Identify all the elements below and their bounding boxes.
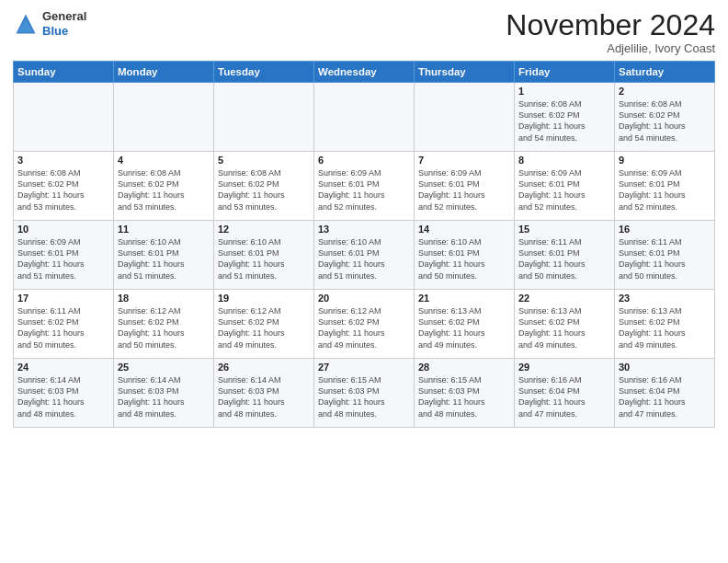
table-row: 29Sunrise: 6:16 AMSunset: 6:04 PMDayligh…	[515, 359, 615, 428]
calendar: Sunday Monday Tuesday Wednesday Thursday…	[13, 61, 715, 428]
table-row: 7Sunrise: 6:09 AMSunset: 6:01 PMDaylight…	[415, 152, 515, 221]
table-row	[14, 83, 114, 152]
day-number: 6	[318, 155, 410, 166]
day-number: 12	[218, 224, 310, 235]
table-row: 16Sunrise: 6:11 AMSunset: 6:01 PMDayligh…	[615, 221, 715, 290]
calendar-week-row: 1Sunrise: 6:08 AMSunset: 6:02 PMDaylight…	[14, 83, 715, 152]
day-info: Sunrise: 6:08 AMSunset: 6:02 PMDaylight:…	[619, 98, 711, 144]
day-info: Sunrise: 6:09 AMSunset: 6:01 PMDaylight:…	[518, 167, 610, 213]
day-number: 24	[17, 362, 109, 373]
day-info: Sunrise: 6:10 AMSunset: 6:01 PMDaylight:…	[218, 236, 310, 282]
table-row: 17Sunrise: 6:11 AMSunset: 6:02 PMDayligh…	[14, 290, 114, 359]
day-number: 7	[418, 155, 510, 166]
day-number: 19	[218, 293, 310, 304]
col-tuesday: Tuesday	[214, 62, 314, 83]
col-sunday: Sunday	[14, 62, 114, 83]
table-row: 27Sunrise: 6:15 AMSunset: 6:03 PMDayligh…	[314, 359, 415, 428]
calendar-week-row: 24Sunrise: 6:14 AMSunset: 6:03 PMDayligh…	[14, 359, 715, 428]
day-number: 23	[619, 293, 711, 304]
table-row: 14Sunrise: 6:10 AMSunset: 6:01 PMDayligh…	[415, 221, 515, 290]
table-row: 23Sunrise: 6:13 AMSunset: 6:02 PMDayligh…	[615, 290, 715, 359]
day-number: 11	[118, 224, 210, 235]
table-row: 11Sunrise: 6:10 AMSunset: 6:01 PMDayligh…	[114, 221, 214, 290]
day-info: Sunrise: 6:09 AMSunset: 6:01 PMDaylight:…	[619, 167, 711, 213]
day-number: 22	[518, 293, 610, 304]
day-number: 21	[418, 293, 510, 304]
day-info: Sunrise: 6:08 AMSunset: 6:02 PMDaylight:…	[518, 98, 610, 144]
table-row: 30Sunrise: 6:16 AMSunset: 6:04 PMDayligh…	[615, 359, 715, 428]
logo-icon	[13, 11, 39, 37]
location-subtitle: Adjelilie, Ivory Coast	[506, 41, 715, 55]
day-number: 1	[518, 86, 610, 97]
day-number: 15	[518, 224, 610, 235]
day-number: 20	[318, 293, 410, 304]
day-number: 10	[17, 224, 109, 235]
table-row: 8Sunrise: 6:09 AMSunset: 6:01 PMDaylight…	[515, 152, 615, 221]
day-info: Sunrise: 6:14 AMSunset: 6:03 PMDaylight:…	[218, 374, 310, 419]
day-number: 27	[318, 362, 410, 373]
day-info: Sunrise: 6:15 AMSunset: 6:03 PMDaylight:…	[318, 374, 410, 419]
logo-text: General Blue	[42, 9, 86, 38]
calendar-week-row: 10Sunrise: 6:09 AMSunset: 6:01 PMDayligh…	[14, 221, 715, 290]
day-info: Sunrise: 6:10 AMSunset: 6:01 PMDaylight:…	[118, 236, 210, 282]
table-row: 3Sunrise: 6:08 AMSunset: 6:02 PMDaylight…	[14, 152, 114, 221]
table-row	[114, 83, 214, 152]
day-info: Sunrise: 6:12 AMSunset: 6:02 PMDaylight:…	[318, 305, 410, 350]
col-friday: Friday	[515, 62, 615, 83]
header: General Blue November 2024 Adjelilie, Iv…	[13, 9, 715, 55]
table-row: 10Sunrise: 6:09 AMSunset: 6:01 PMDayligh…	[14, 221, 114, 290]
day-number: 9	[619, 155, 711, 166]
table-row: 25Sunrise: 6:14 AMSunset: 6:03 PMDayligh…	[114, 359, 214, 428]
col-thursday: Thursday	[415, 62, 515, 83]
table-row: 22Sunrise: 6:13 AMSunset: 6:02 PMDayligh…	[515, 290, 615, 359]
day-info: Sunrise: 6:15 AMSunset: 6:03 PMDaylight:…	[418, 374, 510, 419]
day-number: 26	[218, 362, 310, 373]
table-row: 2Sunrise: 6:08 AMSunset: 6:02 PMDaylight…	[615, 83, 715, 152]
table-row: 1Sunrise: 6:08 AMSunset: 6:02 PMDaylight…	[515, 83, 615, 152]
day-info: Sunrise: 6:09 AMSunset: 6:01 PMDaylight:…	[318, 167, 410, 213]
calendar-week-row: 3Sunrise: 6:08 AMSunset: 6:02 PMDaylight…	[14, 152, 715, 221]
logo-general: General	[42, 9, 86, 23]
table-row: 5Sunrise: 6:08 AMSunset: 6:02 PMDaylight…	[214, 152, 314, 221]
day-info: Sunrise: 6:10 AMSunset: 6:01 PMDaylight:…	[418, 236, 510, 282]
table-row: 28Sunrise: 6:15 AMSunset: 6:03 PMDayligh…	[415, 359, 515, 428]
day-info: Sunrise: 6:11 AMSunset: 6:01 PMDaylight:…	[619, 236, 711, 282]
table-row: 18Sunrise: 6:12 AMSunset: 6:02 PMDayligh…	[114, 290, 214, 359]
day-info: Sunrise: 6:14 AMSunset: 6:03 PMDaylight:…	[118, 374, 210, 419]
table-row	[214, 83, 314, 152]
table-row	[415, 83, 515, 152]
table-row: 12Sunrise: 6:10 AMSunset: 6:01 PMDayligh…	[214, 221, 314, 290]
day-info: Sunrise: 6:11 AMSunset: 6:02 PMDaylight:…	[17, 305, 109, 350]
month-title: November 2024	[506, 9, 715, 41]
table-row: 20Sunrise: 6:12 AMSunset: 6:02 PMDayligh…	[314, 290, 415, 359]
day-info: Sunrise: 6:08 AMSunset: 6:02 PMDaylight:…	[118, 167, 210, 213]
table-row: 4Sunrise: 6:08 AMSunset: 6:02 PMDaylight…	[114, 152, 214, 221]
logo: General Blue	[13, 9, 86, 38]
day-number: 16	[619, 224, 711, 235]
day-info: Sunrise: 6:08 AMSunset: 6:02 PMDaylight:…	[17, 167, 109, 213]
calendar-header-row: Sunday Monday Tuesday Wednesday Thursday…	[14, 62, 715, 83]
day-info: Sunrise: 6:11 AMSunset: 6:01 PMDaylight:…	[518, 236, 610, 282]
day-number: 18	[118, 293, 210, 304]
day-info: Sunrise: 6:10 AMSunset: 6:01 PMDaylight:…	[318, 236, 410, 282]
day-info: Sunrise: 6:14 AMSunset: 6:03 PMDaylight:…	[17, 374, 109, 419]
page: General Blue November 2024 Adjelilie, Iv…	[0, 0, 728, 563]
day-info: Sunrise: 6:13 AMSunset: 6:02 PMDaylight:…	[418, 305, 510, 350]
day-number: 8	[518, 155, 610, 166]
table-row: 24Sunrise: 6:14 AMSunset: 6:03 PMDayligh…	[14, 359, 114, 428]
table-row: 21Sunrise: 6:13 AMSunset: 6:02 PMDayligh…	[415, 290, 515, 359]
day-info: Sunrise: 6:08 AMSunset: 6:02 PMDaylight:…	[218, 167, 310, 213]
table-row: 26Sunrise: 6:14 AMSunset: 6:03 PMDayligh…	[214, 359, 314, 428]
day-number: 28	[418, 362, 510, 373]
table-row: 13Sunrise: 6:10 AMSunset: 6:01 PMDayligh…	[314, 221, 415, 290]
day-number: 3	[17, 155, 109, 166]
day-info: Sunrise: 6:12 AMSunset: 6:02 PMDaylight:…	[218, 305, 310, 350]
table-row	[314, 83, 415, 152]
col-saturday: Saturday	[615, 62, 715, 83]
day-info: Sunrise: 6:13 AMSunset: 6:02 PMDaylight:…	[619, 305, 711, 350]
day-number: 17	[17, 293, 109, 304]
day-number: 14	[418, 224, 510, 235]
col-wednesday: Wednesday	[314, 62, 415, 83]
day-info: Sunrise: 6:16 AMSunset: 6:04 PMDaylight:…	[518, 374, 610, 419]
table-row: 15Sunrise: 6:11 AMSunset: 6:01 PMDayligh…	[515, 221, 615, 290]
